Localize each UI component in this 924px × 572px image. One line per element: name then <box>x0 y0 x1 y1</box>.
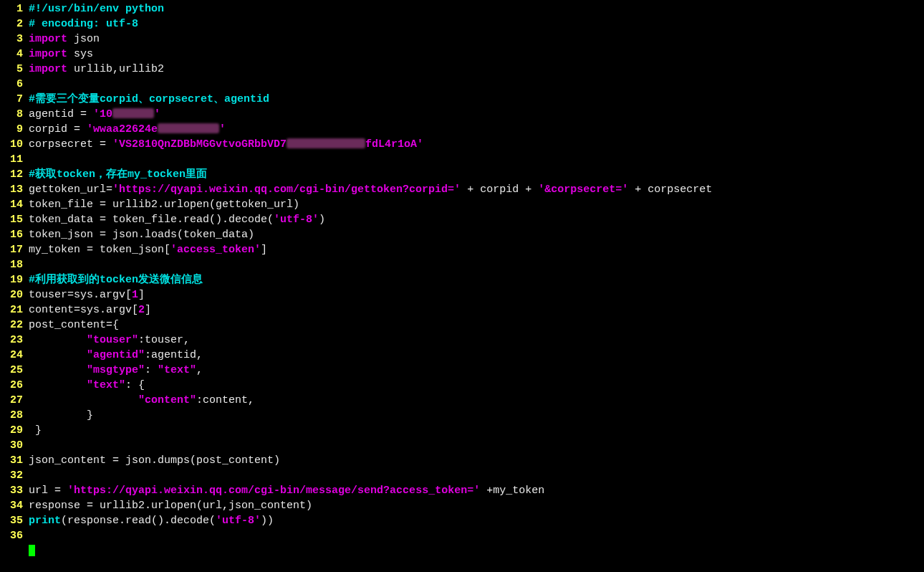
code-line[interactable]: 28 } <box>0 408 924 423</box>
code-content[interactable]: url = 'https://qyapi.weixin.qq.com/cgi-b… <box>29 483 924 498</box>
code-line[interactable]: 34response = urllib2.urlopen(url,json_co… <box>0 498 924 513</box>
code-content[interactable]: # encoding: utf-8 <box>29 16 924 32</box>
code-line[interactable]: 9corpid = 'wwaa22624e' <box>0 122 924 137</box>
code-line[interactable]: 11 <box>0 152 924 167</box>
code-content[interactable]: "text": { <box>29 378 924 393</box>
code-line[interactable]: 14token_file = urllib2.urlopen(gettoken_… <box>0 197 924 212</box>
code-content[interactable]: post_content={ <box>29 318 924 333</box>
code-line[interactable]: 15token_data = token_file.read().decode(… <box>0 212 924 227</box>
code-line[interactable]: 13gettoken_url='https://qyapi.weixin.qq.… <box>0 182 924 197</box>
code-line[interactable]: 19#利用获取到的tocken发送微信信息 <box>0 272 924 287</box>
code-line[interactable]: 3import json <box>0 32 924 47</box>
code-line[interactable]: 4import sys <box>0 47 924 62</box>
code-line[interactable]: 12#获取tocken，存在my_tocken里面 <box>0 167 924 182</box>
code-line[interactable]: 16token_json = json.loads(token_data) <box>0 227 924 242</box>
code-content[interactable] <box>29 77 924 92</box>
line-number: 33 <box>0 483 29 498</box>
code-content[interactable]: print(response.read().decode('utf-8')) <box>29 513 924 528</box>
code-content[interactable]: import json <box>29 32 924 47</box>
code-content[interactable]: "content":content, <box>29 393 924 408</box>
code-line[interactable]: 27 "content":content, <box>0 393 924 408</box>
line-number: 1 <box>0 1 29 16</box>
line-number: 2 <box>0 16 29 32</box>
line-number: 14 <box>0 197 29 212</box>
code-line[interactable]: 1#!/usr/bin/env python <box>0 1 924 16</box>
code-content[interactable]: #!/usr/bin/env python <box>29 1 924 16</box>
code-content[interactable]: #获取tocken，存在my_tocken里面 <box>29 167 924 182</box>
code-content[interactable]: response = urllib2.urlopen(url,json_cont… <box>29 498 924 513</box>
code-content[interactable]: import sys <box>29 47 924 62</box>
line-number: 19 <box>0 272 29 287</box>
code-content[interactable]: #利用获取到的tocken发送微信信息 <box>29 272 924 287</box>
code-line[interactable]: 29 } <box>0 423 924 438</box>
cursor-block <box>29 545 35 556</box>
code-content[interactable] <box>29 152 924 167</box>
code-content[interactable] <box>29 528 924 543</box>
code-content[interactable]: content=sys.argv[2] <box>29 302 924 318</box>
line-number: 17 <box>0 242 29 257</box>
line-number: 20 <box>0 287 29 302</box>
code-line[interactable]: 33url = 'https://qyapi.weixin.qq.com/cgi… <box>0 483 924 498</box>
line-number: 35 <box>0 513 29 528</box>
code-content[interactable]: agentid = '10' <box>29 107 924 122</box>
code-content[interactable]: touser=sys.argv[1] <box>29 287 924 302</box>
line-number: 11 <box>0 152 29 167</box>
code-content[interactable] <box>29 438 924 453</box>
code-line[interactable]: 32 <box>0 468 924 483</box>
code-content[interactable]: } <box>29 408 924 423</box>
code-line[interactable]: 22post_content={ <box>0 318 924 333</box>
code-content[interactable]: #需要三个变量corpid、corpsecret、agentid <box>29 92 924 107</box>
line-number: 32 <box>0 468 29 483</box>
code-line[interactable]: 26 "text": { <box>0 378 924 393</box>
code-content[interactable]: "agentid":agentid, <box>29 348 924 363</box>
code-line[interactable]: 7#需要三个变量corpid、corpsecret、agentid <box>0 92 924 107</box>
line-number: 15 <box>0 212 29 227</box>
code-line[interactable]: 10corpsecret = 'VS2810QnZDBbMGGvtvoGRbbV… <box>0 137 924 152</box>
code-content[interactable]: json_content = json.dumps(post_content) <box>29 453 924 468</box>
code-line[interactable]: 31json_content = json.dumps(post_content… <box>0 453 924 468</box>
line-number: 13 <box>0 182 29 197</box>
code-content[interactable] <box>29 468 924 483</box>
code-line[interactable]: 2# encoding: utf-8 <box>0 16 924 32</box>
code-content[interactable]: my_token = token_json['access_token'] <box>29 242 924 257</box>
code-content[interactable]: token_file = urllib2.urlopen(gettoken_ur… <box>29 197 924 212</box>
line-number: 29 <box>0 423 29 438</box>
code-content[interactable]: token_data = token_file.read().decode('u… <box>29 212 924 227</box>
code-line[interactable]: 6 <box>0 77 924 92</box>
code-content[interactable]: "msgtype": "text", <box>29 363 924 378</box>
code-line[interactable]: 18 <box>0 257 924 272</box>
line-number: 31 <box>0 453 29 468</box>
line-number: 4 <box>0 47 29 62</box>
code-line[interactable]: 36 <box>0 528 924 543</box>
code-line[interactable]: 24 "agentid":agentid, <box>0 348 924 363</box>
code-content[interactable]: } <box>29 423 924 438</box>
line-number: 9 <box>0 122 29 137</box>
line-number: 22 <box>0 318 29 333</box>
line-number: 34 <box>0 498 29 513</box>
code-content[interactable]: import urllib,urllib2 <box>29 62 924 77</box>
code-content[interactable]: corpsecret = 'VS2810QnZDBbMGGvtvoGRbbVD7… <box>29 137 924 152</box>
code-content[interactable]: token_json = json.loads(token_data) <box>29 227 924 242</box>
line-number: 28 <box>0 408 29 423</box>
line-number: 21 <box>0 302 29 318</box>
code-line[interactable]: 25 "msgtype": "text", <box>0 363 924 378</box>
line-number: 16 <box>0 227 29 242</box>
line-number: 10 <box>0 137 29 152</box>
code-line[interactable]: 20touser=sys.argv[1] <box>0 287 924 302</box>
code-content[interactable] <box>29 257 924 272</box>
code-line[interactable]: 5import urllib,urllib2 <box>0 62 924 77</box>
code-line[interactable]: 35print(response.read().decode('utf-8')) <box>0 513 924 528</box>
code-line[interactable]: 21content=sys.argv[2] <box>0 302 924 318</box>
code-line[interactable]: 30 <box>0 438 924 453</box>
code-line[interactable]: 17my_token = token_json['access_token'] <box>0 242 924 257</box>
code-content[interactable]: gettoken_url='https://qyapi.weixin.qq.co… <box>29 182 924 197</box>
code-line[interactable]: 23 "touser":touser, <box>0 333 924 348</box>
code-content[interactable]: corpid = 'wwaa22624e' <box>29 122 924 137</box>
code-content[interactable]: "touser":touser, <box>29 333 924 348</box>
code-editor[interactable]: 1#!/usr/bin/env python2# encoding: utf-8… <box>0 0 924 560</box>
code-line[interactable]: 8agentid = '10' <box>0 107 924 122</box>
line-number: 7 <box>0 92 29 107</box>
cursor-line <box>0 543 924 558</box>
line-number: 30 <box>0 438 29 453</box>
line-number: 24 <box>0 348 29 363</box>
